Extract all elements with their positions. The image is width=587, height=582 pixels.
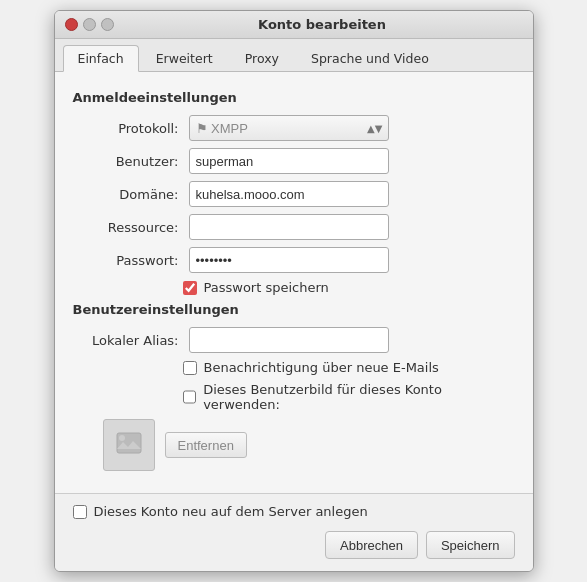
passwort-label: Passwort: — [89, 253, 189, 268]
titlebar: Konto bearbeiten — [55, 11, 533, 39]
domaene-input[interactable] — [189, 181, 389, 207]
passwort-row: Passwort: — [73, 247, 515, 273]
benutzer-input[interactable] — [189, 148, 389, 174]
close-button[interactable] — [65, 18, 78, 31]
minimize-button[interactable] — [83, 18, 96, 31]
avatar-image — [103, 419, 155, 471]
anmelde-section-title: Anmeldeeinstellungen — [73, 90, 515, 105]
avatar-placeholder-icon — [115, 431, 143, 459]
protokoll-row: Protokoll: ⚑ XMPP ▲▼ — [73, 115, 515, 141]
protokoll-label: Protokoll: — [89, 121, 189, 136]
avatar-row: Dieses Benutzerbild für dieses Konto ver… — [73, 382, 515, 412]
tab-sprache[interactable]: Sprache und Video — [296, 45, 444, 71]
cancel-button[interactable]: Abbrechen — [325, 531, 418, 559]
notify-email-label[interactable]: Benachrichtigung über neue E-Mails — [204, 360, 439, 375]
protokoll-select-wrapper: ⚑ XMPP ▲▼ — [189, 115, 389, 141]
benutzer-section-title: Benutzereinstellungen — [73, 302, 515, 317]
domaene-label: Domäne: — [89, 187, 189, 202]
image-area: Entfernen — [73, 419, 515, 471]
save-password-row: Passwort speichern — [73, 280, 515, 295]
ressource-label: Ressource: — [89, 220, 189, 235]
remove-button[interactable]: Entfernen — [165, 432, 247, 458]
window-controls — [65, 18, 114, 31]
create-account-row: Dieses Konto neu auf dem Server anlegen — [73, 504, 515, 519]
alias-input[interactable] — [189, 327, 389, 353]
tab-einfach[interactable]: Einfach — [63, 45, 139, 72]
notify-email-row: Benachrichtigung über neue E-Mails — [73, 360, 515, 375]
content-area: Anmeldeeinstellungen Protokoll: ⚑ XMPP ▲… — [55, 72, 533, 493]
maximize-button[interactable] — [101, 18, 114, 31]
create-account-label[interactable]: Dieses Konto neu auf dem Server anlegen — [94, 504, 368, 519]
passwort-input[interactable] — [189, 247, 389, 273]
benutzer-label: Benutzer: — [89, 154, 189, 169]
benutzer-row: Benutzer: — [73, 148, 515, 174]
footer-buttons: Abbrechen Speichern — [73, 531, 515, 559]
save-password-label[interactable]: Passwort speichern — [204, 280, 329, 295]
footer: Dieses Konto neu auf dem Server anlegen … — [55, 493, 533, 571]
ressource-row: Ressource: — [73, 214, 515, 240]
notify-email-checkbox[interactable] — [183, 361, 197, 375]
save-password-checkbox[interactable] — [183, 281, 197, 295]
window-title: Konto bearbeiten — [122, 17, 523, 32]
tab-erweitert[interactable]: Erweitert — [141, 45, 228, 71]
protokoll-select[interactable]: ⚑ XMPP — [189, 115, 389, 141]
use-avatar-label[interactable]: Dieses Benutzerbild für dieses Konto ver… — [203, 382, 514, 412]
main-window: Konto bearbeiten Einfach Erweitert Proxy… — [54, 10, 534, 572]
tab-proxy[interactable]: Proxy — [230, 45, 294, 71]
alias-label: Lokaler Alias: — [89, 333, 189, 348]
create-account-checkbox[interactable] — [73, 505, 87, 519]
save-button[interactable]: Speichern — [426, 531, 515, 559]
svg-point-2 — [119, 435, 125, 441]
tab-bar: Einfach Erweitert Proxy Sprache und Vide… — [55, 39, 533, 72]
domaene-row: Domäne: — [73, 181, 515, 207]
alias-row: Lokaler Alias: — [73, 327, 515, 353]
use-avatar-checkbox[interactable] — [183, 390, 197, 404]
benutzer-section: Benutzereinstellungen Lokaler Alias: Ben… — [73, 302, 515, 471]
ressource-input[interactable] — [189, 214, 389, 240]
